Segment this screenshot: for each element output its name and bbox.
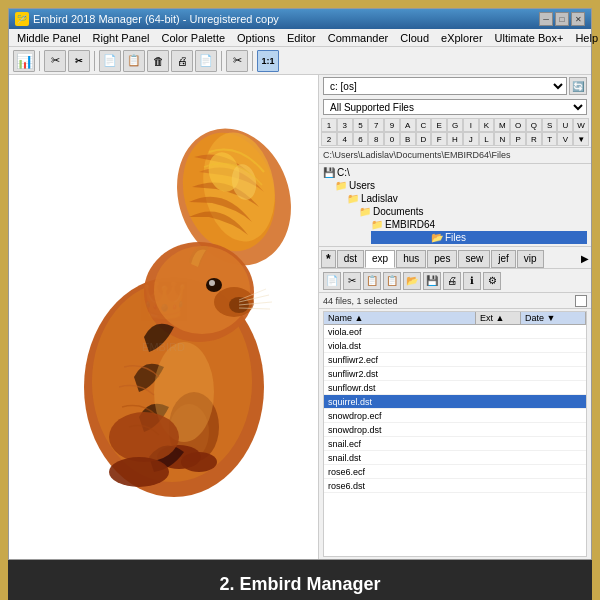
letter-btn-O[interactable]: O [510, 118, 526, 132]
format-tab-hus[interactable]: hus [396, 250, 426, 268]
letter-btn-C[interactable]: C [416, 118, 432, 132]
menu-color-palette[interactable]: Color Palette [155, 29, 231, 46]
letter-btn-R[interactable]: R [526, 132, 542, 146]
header-name[interactable]: Name ▲ [324, 312, 476, 324]
letter-btn-7[interactable]: 7 [368, 118, 384, 132]
status-checkbox[interactable] [575, 295, 587, 307]
copy-button[interactable]: 📄 [99, 50, 121, 72]
letter-btn-P[interactable]: P [510, 132, 526, 146]
copy2-button[interactable]: 📋 [123, 50, 145, 72]
file-print-button[interactable]: 🖨 [443, 272, 461, 290]
file-row[interactable]: snowdrop.ecf [324, 409, 586, 423]
menu-options[interactable]: Options [231, 29, 281, 46]
header-ext[interactable]: Ext ▲ [476, 312, 521, 324]
drive-refresh-button[interactable]: 🔄 [569, 77, 587, 95]
letter-btn-down[interactable]: ▼ [573, 132, 589, 146]
file-row[interactable]: snail.ecf [324, 437, 586, 451]
letter-btn-G[interactable]: G [447, 118, 463, 132]
filter-select[interactable]: All Supported Files [323, 99, 587, 115]
letter-btn-2[interactable]: 2 [321, 132, 337, 146]
file-save-button[interactable]: 💾 [423, 272, 441, 290]
cut2-button[interactable]: ✂ [68, 50, 90, 72]
menu-ultimate-box[interactable]: Ultimate Box+ [489, 29, 570, 46]
file-paste-button[interactable]: 📋 [383, 272, 401, 290]
print-button[interactable]: 🖨 [171, 50, 193, 72]
folder-item-embird64[interactable]: 📁 EMBIRD64 [371, 218, 587, 231]
letter-btn-0[interactable]: 0 [384, 132, 400, 146]
letter-btn-J[interactable]: J [463, 132, 479, 146]
file-row[interactable]: rose6.dst [324, 479, 586, 493]
letter-btn-3[interactable]: 3 [337, 118, 353, 132]
file-row-selected[interactable]: squirrel.dst [324, 395, 586, 409]
letter-btn-A[interactable]: A [400, 118, 416, 132]
minimize-button[interactable]: ─ [539, 12, 553, 26]
file-row[interactable]: snowdrop.dst [324, 423, 586, 437]
ratio-button[interactable]: 1:1 [257, 50, 279, 72]
file-row[interactable]: sunfliwr2.dst [324, 367, 586, 381]
file-copy-button[interactable]: 📋 [363, 272, 381, 290]
menu-cloud[interactable]: Cloud [394, 29, 435, 46]
format-tab-exp[interactable]: exp [365, 250, 395, 268]
file-scissors-button[interactable]: ✂ [343, 272, 361, 290]
letter-btn-D[interactable]: D [416, 132, 432, 146]
cut-button[interactable]: ✂ [44, 50, 66, 72]
letter-btn-K[interactable]: K [479, 118, 495, 132]
letter-btn-U[interactable]: U [557, 118, 573, 132]
file-info-button[interactable]: ℹ [463, 272, 481, 290]
letter-btn-Q[interactable]: Q [526, 118, 542, 132]
menu-commander[interactable]: Commander [322, 29, 395, 46]
folder-item-documents[interactable]: 📁 Documents [359, 205, 587, 218]
letter-btn-F[interactable]: F [431, 132, 447, 146]
letter-btn-H[interactable]: H [447, 132, 463, 146]
menu-right-panel[interactable]: Right Panel [87, 29, 156, 46]
format-tab-sew[interactable]: sew [458, 250, 490, 268]
format-tab-vip[interactable]: vip [517, 250, 544, 268]
file-row[interactable]: viola.dst [324, 339, 586, 353]
grid-view-button[interactable]: 📊 [13, 50, 35, 72]
folder-item-ladislav[interactable]: 📁 Ladislav [347, 192, 587, 205]
file-row[interactable]: sunflowr.dst [324, 381, 586, 395]
letter-btn-6[interactable]: 6 [353, 132, 369, 146]
file-row[interactable]: rose6.ecf [324, 465, 586, 479]
file-row[interactable]: snail.dst [324, 451, 586, 465]
letter-btn-T[interactable]: T [542, 132, 558, 146]
letter-btn-B[interactable]: B [400, 132, 416, 146]
letter-btn-4[interactable]: 4 [337, 132, 353, 146]
letter-btn-8[interactable]: 8 [368, 132, 384, 146]
print2-button[interactable]: 📄 [195, 50, 217, 72]
menu-explorer[interactable]: eXplorer [435, 29, 489, 46]
letter-btn-1[interactable]: 1 [321, 118, 337, 132]
letter-btn-M[interactable]: M [494, 118, 510, 132]
file-row[interactable]: sunfliwr2.ecf [324, 353, 586, 367]
menu-middle-panel[interactable]: Middle Panel [11, 29, 87, 46]
format-tab-pes[interactable]: pes [427, 250, 457, 268]
file-row[interactable]: viola.eof [324, 325, 586, 339]
close-button[interactable]: ✕ [571, 12, 585, 26]
letter-btn-V[interactable]: V [557, 132, 573, 146]
maximize-button[interactable]: □ [555, 12, 569, 26]
letter-btn-I[interactable]: I [463, 118, 479, 132]
drive-select[interactable]: c: [os] [323, 77, 567, 95]
menu-editor[interactable]: Editor [281, 29, 322, 46]
letter-btn-5[interactable]: 5 [353, 118, 369, 132]
header-date[interactable]: Date ▼ [521, 312, 586, 324]
file-settings-button[interactable]: ⚙ [483, 272, 501, 290]
letter-btn-9[interactable]: 9 [384, 118, 400, 132]
folder-item-c[interactable]: 💾 C:\ [323, 166, 587, 179]
letter-btn-W[interactable]: W [573, 118, 589, 132]
folder-item-files[interactable]: 📂 Files [371, 231, 587, 244]
file-new-button[interactable]: 📄 [323, 272, 341, 290]
menu-help[interactable]: Help [569, 29, 600, 46]
format-tab-dst[interactable]: dst [337, 250, 364, 268]
format-tab-star[interactable]: * [321, 250, 336, 268]
scissors-button[interactable]: ✂ [226, 50, 248, 72]
file-open-button[interactable]: 📂 [403, 272, 421, 290]
folder-item-users[interactable]: 📁 Users [335, 179, 587, 192]
letter-btn-L[interactable]: L [479, 132, 495, 146]
letter-btn-S[interactable]: S [542, 118, 558, 132]
letter-btn-N[interactable]: N [494, 132, 510, 146]
delete-button[interactable]: 🗑 [147, 50, 169, 72]
format-tab-jef[interactable]: jef [491, 250, 516, 268]
letter-btn-E[interactable]: E [431, 118, 447, 132]
format-tab-more[interactable]: ▶ [581, 253, 589, 264]
